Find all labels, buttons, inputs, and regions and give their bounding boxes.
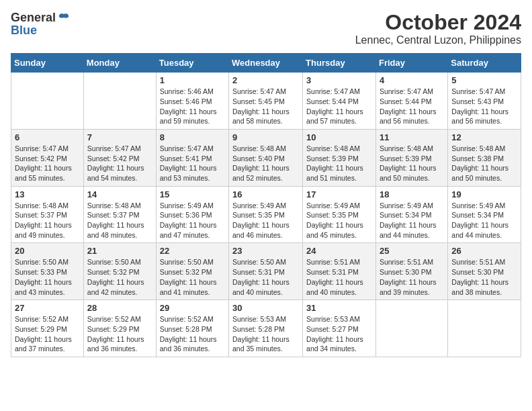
day-cell: 16Sunrise: 5:49 AMSunset: 5:35 PMDayligh… [229,186,303,243]
day-cell: 22Sunrise: 5:50 AMSunset: 5:32 PMDayligh… [156,243,228,300]
day-cell: 8Sunrise: 5:47 AMSunset: 5:41 PMDaylight… [156,129,228,186]
day-cell: 31Sunrise: 5:53 AMSunset: 5:27 PMDayligh… [303,300,376,357]
day-cell: 5Sunrise: 5:47 AMSunset: 5:43 PMDaylight… [448,73,521,130]
week-row-4: 20Sunrise: 5:50 AMSunset: 5:33 PMDayligh… [11,243,521,300]
day-cell: 10Sunrise: 5:48 AMSunset: 5:39 PMDayligh… [303,129,376,186]
day-cell: 27Sunrise: 5:52 AMSunset: 5:29 PMDayligh… [11,300,84,357]
day-number: 18 [380,189,444,199]
day-number: 5 [451,75,517,85]
day-detail: Sunrise: 5:47 AMSunset: 5:44 PMDaylight:… [306,87,372,126]
logo-general-text: General [11,11,56,25]
day-cell: 11Sunrise: 5:48 AMSunset: 5:39 PMDayligh… [375,129,447,186]
day-cell: 23Sunrise: 5:50 AMSunset: 5:31 PMDayligh… [229,243,303,300]
column-header-friday: Friday [375,54,447,73]
day-cell: 28Sunrise: 5:52 AMSunset: 5:29 PMDayligh… [83,300,156,357]
day-detail: Sunrise: 5:52 AMSunset: 5:29 PMDaylight:… [87,314,152,354]
column-header-sunday: Sunday [11,54,84,73]
day-number: 29 [160,303,225,313]
week-row-5: 27Sunrise: 5:52 AMSunset: 5:29 PMDayligh… [11,300,521,357]
day-number: 27 [15,303,80,313]
calendar-table: SundayMondayTuesdayWednesdayThursdayFrid… [11,53,521,357]
day-number: 23 [232,246,299,256]
column-header-saturday: Saturday [448,54,521,73]
day-number: 12 [451,132,517,142]
day-number: 11 [380,132,444,142]
day-detail: Sunrise: 5:49 AMSunset: 5:36 PMDaylight:… [160,201,225,240]
day-cell: 29Sunrise: 5:52 AMSunset: 5:28 PMDayligh… [156,300,228,357]
day-number: 20 [15,246,80,256]
day-number: 25 [380,246,444,256]
day-cell: 14Sunrise: 5:48 AMSunset: 5:37 PMDayligh… [83,186,156,243]
day-number: 19 [451,189,517,199]
day-cell: 6Sunrise: 5:47 AMSunset: 5:42 PMDaylight… [11,129,84,186]
day-number: 15 [160,189,225,199]
day-number: 9 [232,132,299,142]
day-detail: Sunrise: 5:47 AMSunset: 5:45 PMDaylight:… [232,87,299,126]
day-detail: Sunrise: 5:53 AMSunset: 5:28 PMDaylight:… [232,314,299,354]
day-cell: 26Sunrise: 5:51 AMSunset: 5:30 PMDayligh… [448,243,521,300]
day-cell: 1Sunrise: 5:46 AMSunset: 5:46 PMDaylight… [156,73,228,130]
day-detail: Sunrise: 5:48 AMSunset: 5:39 PMDaylight:… [380,144,444,183]
title-area: October 2024 Lennec, Central Luzon, Phil… [355,11,521,46]
week-row-3: 13Sunrise: 5:48 AMSunset: 5:37 PMDayligh… [11,186,521,243]
day-detail: Sunrise: 5:49 AMSunset: 5:34 PMDaylight:… [451,201,517,240]
day-cell: 15Sunrise: 5:49 AMSunset: 5:36 PMDayligh… [156,186,228,243]
day-number: 17 [306,189,372,199]
day-cell [375,300,447,357]
logo-bird-icon [57,11,71,25]
day-number: 1 [160,75,225,85]
month-title: October 2024 [355,11,521,34]
day-detail: Sunrise: 5:51 AMSunset: 5:30 PMDaylight:… [380,257,444,297]
column-header-thursday: Thursday [303,54,376,73]
day-detail: Sunrise: 5:48 AMSunset: 5:40 PMDaylight:… [232,144,299,183]
page-header: General Blue October 2024 Lennec, Centra… [11,11,521,46]
day-detail: Sunrise: 5:48 AMSunset: 5:37 PMDaylight:… [15,201,80,240]
day-detail: Sunrise: 5:52 AMSunset: 5:28 PMDaylight:… [160,314,225,354]
day-detail: Sunrise: 5:51 AMSunset: 5:31 PMDaylight:… [306,257,372,297]
day-number: 24 [306,246,372,256]
day-cell [83,73,156,130]
day-cell [11,73,84,130]
day-detail: Sunrise: 5:50 AMSunset: 5:33 PMDaylight:… [15,257,80,297]
day-detail: Sunrise: 5:50 AMSunset: 5:31 PMDaylight:… [232,257,299,297]
day-cell: 7Sunrise: 5:47 AMSunset: 5:42 PMDaylight… [83,129,156,186]
day-cell: 30Sunrise: 5:53 AMSunset: 5:28 PMDayligh… [229,300,303,357]
day-cell: 17Sunrise: 5:49 AMSunset: 5:35 PMDayligh… [303,186,376,243]
day-cell [448,300,521,357]
day-cell: 24Sunrise: 5:51 AMSunset: 5:31 PMDayligh… [303,243,376,300]
day-number: 22 [160,246,225,256]
column-header-tuesday: Tuesday [156,54,228,73]
day-cell: 21Sunrise: 5:50 AMSunset: 5:32 PMDayligh… [83,243,156,300]
day-number: 21 [87,246,152,256]
day-cell: 3Sunrise: 5:47 AMSunset: 5:44 PMDaylight… [303,73,376,130]
day-detail: Sunrise: 5:47 AMSunset: 5:42 PMDaylight:… [87,144,152,183]
location-title: Lennec, Central Luzon, Philippines [355,34,521,46]
day-number: 16 [232,189,299,199]
day-detail: Sunrise: 5:52 AMSunset: 5:29 PMDaylight:… [15,314,80,354]
day-number: 7 [87,132,152,142]
day-detail: Sunrise: 5:51 AMSunset: 5:30 PMDaylight:… [451,257,517,297]
day-number: 28 [87,303,152,313]
week-row-1: 1Sunrise: 5:46 AMSunset: 5:46 PMDaylight… [11,73,521,130]
day-detail: Sunrise: 5:48 AMSunset: 5:39 PMDaylight:… [306,144,372,183]
logo-blue-text: Blue [11,24,37,38]
day-detail: Sunrise: 5:47 AMSunset: 5:44 PMDaylight:… [380,87,444,126]
day-detail: Sunrise: 5:49 AMSunset: 5:34 PMDaylight:… [380,201,444,240]
day-cell: 12Sunrise: 5:48 AMSunset: 5:38 PMDayligh… [448,129,521,186]
day-detail: Sunrise: 5:47 AMSunset: 5:42 PMDaylight:… [15,144,80,183]
day-number: 8 [160,132,225,142]
day-detail: Sunrise: 5:48 AMSunset: 5:37 PMDaylight:… [87,201,152,240]
day-cell: 18Sunrise: 5:49 AMSunset: 5:34 PMDayligh… [375,186,447,243]
logo: General Blue [11,11,71,38]
day-detail: Sunrise: 5:49 AMSunset: 5:35 PMDaylight:… [232,201,299,240]
day-cell: 9Sunrise: 5:48 AMSunset: 5:40 PMDaylight… [229,129,303,186]
day-detail: Sunrise: 5:48 AMSunset: 5:38 PMDaylight:… [451,144,517,183]
day-cell: 25Sunrise: 5:51 AMSunset: 5:30 PMDayligh… [375,243,447,300]
day-cell: 19Sunrise: 5:49 AMSunset: 5:34 PMDayligh… [448,186,521,243]
day-cell: 13Sunrise: 5:48 AMSunset: 5:37 PMDayligh… [11,186,84,243]
day-detail: Sunrise: 5:46 AMSunset: 5:46 PMDaylight:… [160,87,225,126]
column-header-monday: Monday [83,54,156,73]
day-number: 14 [87,189,152,199]
day-detail: Sunrise: 5:53 AMSunset: 5:27 PMDaylight:… [306,314,372,354]
day-number: 30 [232,303,299,313]
